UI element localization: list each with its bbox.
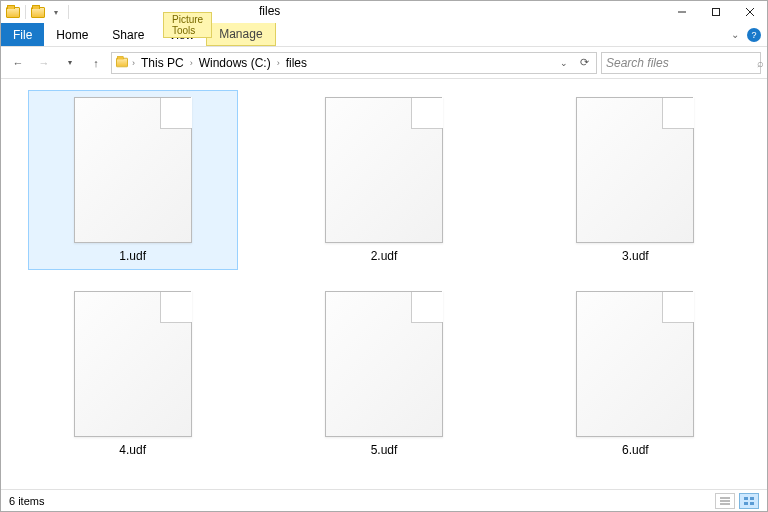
file-name: 4.udf: [119, 443, 146, 457]
file-icon: [576, 97, 694, 243]
breadcrumb-drive[interactable]: Windows (C:): [195, 56, 275, 70]
close-button[interactable]: [733, 1, 767, 23]
navigation-bar: ← → ▾ ↑ › This PC › Windows (C:) › files…: [1, 47, 767, 79]
tab-manage[interactable]: Manage: [206, 23, 275, 46]
chevron-right-icon[interactable]: ›: [277, 58, 280, 68]
tab-home[interactable]: Home: [44, 23, 100, 46]
svg-rect-1: [713, 9, 720, 16]
folder-properties-icon[interactable]: [30, 4, 46, 20]
view-large-icons-button[interactable]: [739, 493, 759, 509]
view-details-button[interactable]: [715, 493, 735, 509]
qat-dropdown-icon[interactable]: ▾: [48, 4, 64, 20]
file-icon: [576, 291, 694, 437]
file-name: 6.udf: [622, 443, 649, 457]
file-name: 1.udf: [119, 249, 146, 263]
ribbon-tabs: File Home Share View Manage ⌄ ?: [1, 23, 767, 47]
file-item[interactable]: 1.udf: [28, 90, 238, 270]
ribbon-expand-icon[interactable]: ⌄: [731, 29, 739, 40]
file-item[interactable]: 2.udf: [279, 90, 489, 270]
file-name: 2.udf: [371, 249, 398, 263]
svg-rect-8: [750, 497, 754, 500]
recent-locations-icon[interactable]: ▾: [59, 52, 81, 74]
file-icon: [74, 291, 192, 437]
forward-button[interactable]: →: [33, 52, 55, 74]
address-folder-icon: [114, 55, 130, 71]
back-button[interactable]: ←: [7, 52, 29, 74]
chevron-right-icon[interactable]: ›: [132, 58, 135, 68]
file-name: 3.udf: [622, 249, 649, 263]
quick-access-toolbar: ▾: [1, 4, 71, 20]
search-box[interactable]: ⌕: [601, 52, 761, 74]
search-input[interactable]: [606, 56, 757, 70]
up-button[interactable]: ↑: [85, 52, 107, 74]
file-icon: [325, 97, 443, 243]
search-icon[interactable]: ⌕: [757, 57, 764, 69]
chevron-right-icon[interactable]: ›: [190, 58, 193, 68]
window-title: files: [259, 4, 280, 18]
file-item[interactable]: 4.udf: [28, 284, 238, 464]
file-item[interactable]: 6.udf: [530, 284, 740, 464]
breadcrumb-folder[interactable]: files: [282, 56, 311, 70]
tab-file[interactable]: File: [1, 23, 44, 46]
file-item[interactable]: 3.udf: [530, 90, 740, 270]
help-icon[interactable]: ?: [747, 28, 761, 42]
svg-rect-9: [744, 502, 748, 505]
file-name: 5.udf: [371, 443, 398, 457]
status-bar: 6 items: [1, 489, 767, 511]
tab-share[interactable]: Share: [100, 23, 156, 46]
context-tools-header: Picture Tools: [163, 12, 212, 38]
minimize-button[interactable]: [665, 1, 699, 23]
title-bar: ▾ Picture Tools files: [1, 1, 767, 23]
file-view[interactable]: 1.udf2.udf3.udf4.udf5.udf6.udf: [1, 80, 767, 489]
address-dropdown-icon[interactable]: ⌄: [554, 53, 574, 73]
svg-rect-7: [744, 497, 748, 500]
refresh-icon[interactable]: ⟳: [574, 53, 594, 73]
breadcrumb-this-pc[interactable]: This PC: [137, 56, 188, 70]
item-count: 6 items: [9, 495, 44, 507]
folder-up-icon[interactable]: [5, 4, 21, 20]
file-item[interactable]: 5.udf: [279, 284, 489, 464]
file-icon: [74, 97, 192, 243]
svg-rect-10: [750, 502, 754, 505]
address-bar[interactable]: › This PC › Windows (C:) › files ⌄ ⟳: [111, 52, 597, 74]
maximize-button[interactable]: [699, 1, 733, 23]
file-icon: [325, 291, 443, 437]
